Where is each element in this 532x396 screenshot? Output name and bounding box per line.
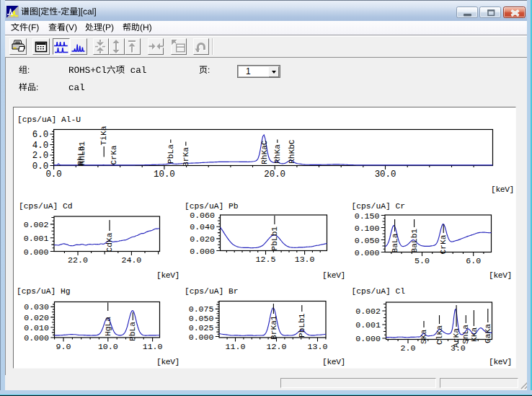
svg-text:0.001: 0.001 [355,320,381,330]
svg-text:[keV]: [keV] [156,271,179,280]
svg-text:6.0: 6.0 [32,130,48,140]
svg-text:[keV]: [keV] [489,358,512,366]
svg-text:0.030: 0.030 [24,302,49,312]
svg-text:6.0: 6.0 [466,256,481,265]
svg-text:TiKa: TiKa [99,126,108,145]
svg-text:ArKa: ArKa [452,328,461,348]
svg-text:HgLa: HgLa [104,317,112,336]
svg-text:[keV]: [keV] [489,271,512,280]
svg-text:0.002: 0.002 [355,307,381,316]
svg-text:CdKa: CdKa [105,232,114,252]
svg-text:0.000: 0.000 [24,333,49,343]
svg-text:22.0: 22.0 [68,255,88,265]
svg-text:0.100: 0.100 [355,224,380,233]
svg-text:13.0: 13.0 [308,342,328,351]
svg-text:[keV]: [keV] [322,271,345,280]
svg-text:SKa: SKa [420,330,428,344]
svg-text:0.050: 0.050 [189,314,214,323]
svg-text:RhKa: RhKa [273,144,282,164]
svg-text:11.0: 11.0 [143,342,163,351]
svg-text:0.000: 0.000 [189,333,214,342]
svg-text:ClKa: ClKa [435,325,444,345]
svg-text:0.020: 0.020 [190,234,215,244]
svg-text:PbLa: PbLa [128,322,137,341]
svg-text:0.150: 0.150 [355,211,380,221]
svg-text:9.0: 9.0 [56,342,71,351]
svg-text:BaLa: BaLa [391,233,399,252]
svg-text:30.0: 30.0 [375,170,396,180]
svg-text:RhKaC: RhKaC [260,140,269,164]
svg-text:[cps/uA] Cd: [cps/uA] Cd [19,202,73,211]
svg-text:0.040: 0.040 [190,222,215,232]
svg-text:[keV]: [keV] [491,185,514,194]
svg-text:0.060: 0.060 [190,211,215,220]
svg-text:13.0: 13.0 [295,255,315,264]
svg-text:KKa: KKa [470,327,479,342]
svg-text:10.0: 10.0 [98,342,118,351]
svg-text:20.0: 20.0 [264,170,285,180]
svg-text:0.000: 0.000 [355,248,380,258]
svg-text:[cps/uA] Br: [cps/uA] Br [185,287,239,296]
svg-text:0.000: 0.000 [24,247,49,257]
svg-text:0.0: 0.0 [45,170,61,180]
svg-text:[cps/uA] Pb: [cps/uA] Pb [185,202,239,211]
svg-text:[cps/uA] Hg: [cps/uA] Hg [17,287,71,296]
svg-text:[keV]: [keV] [156,358,179,366]
svg-text:10.0: 10.0 [154,170,175,180]
svg-text:11.0: 11.0 [226,342,246,351]
svg-text:0.000: 0.000 [355,334,381,343]
svg-text:2.0: 2.0 [401,343,416,353]
svg-text:[cps/uA] Al-U: [cps/uA] Al-U [17,115,81,124]
svg-text:5.0: 5.0 [414,256,430,265]
svg-text:2.0: 2.0 [32,151,48,161]
svg-text:[cps/uA] Cr: [cps/uA] Cr [352,202,406,211]
svg-text:RhLb1: RhLb1 [78,141,87,166]
svg-text:BrKa: BrKa [182,147,190,167]
svg-text:0.000: 0.000 [190,247,215,256]
svg-text:0.002: 0.002 [24,220,49,229]
svg-text:BrKa1: BrKa1 [270,315,278,340]
svg-text:12.0: 12.0 [267,342,287,351]
svg-text:[cps/uA] Cl: [cps/uA] Cl [352,287,406,296]
svg-text:PbLb1: PbLb1 [270,226,279,251]
svg-text:RhKbC: RhKbC [288,139,296,164]
svg-text:0.001: 0.001 [24,234,49,243]
svg-text:0.025: 0.025 [189,323,214,333]
svg-text:12.5: 12.5 [256,255,276,264]
svg-text:PbLb1: PbLb1 [298,313,306,338]
svg-text:CrKa: CrKa [110,145,118,164]
svg-text:BaLb1: BaLb1 [410,229,419,253]
svg-text:0.075: 0.075 [189,304,214,314]
svg-text:4.0: 4.0 [32,141,48,151]
svg-text:PbLa: PbLa [167,144,175,164]
svg-text:24.0: 24.0 [121,255,141,265]
svg-text:0.020: 0.020 [24,313,49,322]
svg-text:CrKa: CrKa [439,234,448,254]
svg-text:[keV]: [keV] [322,358,345,366]
svg-text:CaKa: CaKa [484,324,492,343]
svg-text:0.050: 0.050 [355,236,380,245]
svg-text:0.010: 0.010 [24,323,49,333]
